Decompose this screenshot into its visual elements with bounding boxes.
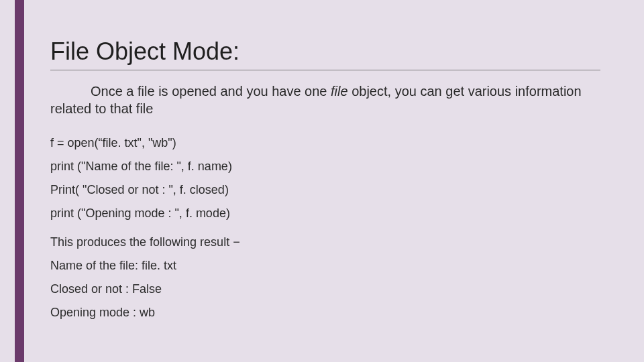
- result-line: Closed or not : False: [50, 282, 617, 296]
- result-line: Opening mode : wb: [50, 306, 617, 320]
- code-line: f = open(“file. txt", "wb"): [50, 136, 617, 150]
- code-line: print ("Opening mode : ", f. mode): [50, 206, 617, 221]
- code-line: Print( "Closed or not : ", f. closed): [50, 183, 617, 197]
- result-line: Name of the file: file. txt: [50, 259, 617, 273]
- accent-bar: [15, 0, 24, 362]
- title-underline: [50, 70, 600, 70]
- intro-paragraph: Once a file is opened and you have one f…: [50, 82, 600, 117]
- intro-text-1: Once a file is opened and you have one: [91, 84, 331, 99]
- result-block: This produces the following result − Nam…: [50, 235, 617, 320]
- slide-content: File Object Mode: Once a file is opened …: [50, 38, 617, 329]
- slide-title: File Object Mode:: [50, 38, 617, 66]
- code-line: print ("Name of the file: ", f. name): [50, 160, 617, 174]
- result-header: This produces the following result −: [50, 235, 617, 249]
- code-block: f = open(“file. txt", "wb") print ("Name…: [50, 136, 617, 221]
- slide: File Object Mode: Once a file is opened …: [0, 0, 644, 362]
- intro-italic: file: [331, 84, 348, 99]
